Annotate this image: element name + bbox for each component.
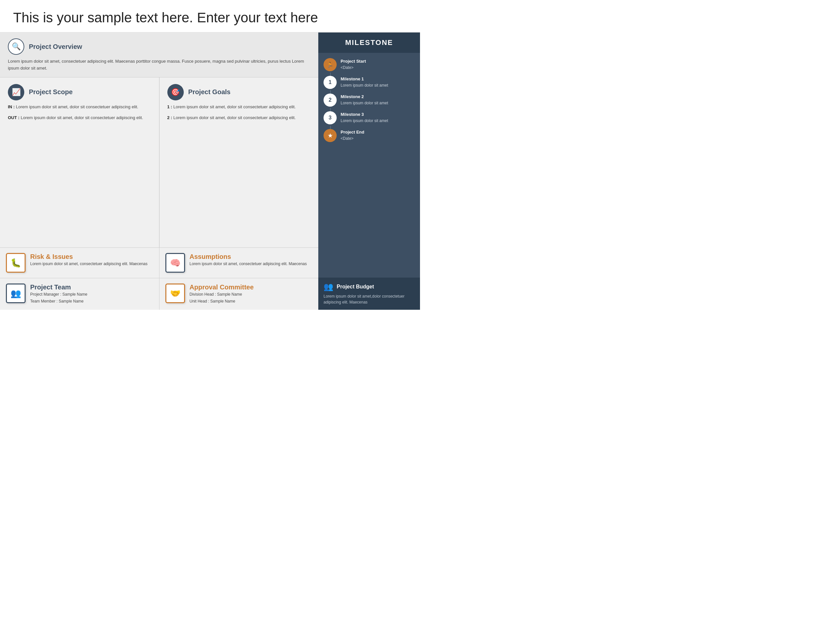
scope-icon: 📈 [8,84,24,100]
milestone-1-text: Milestone 1 Lorem ipsum dolor sit amet [341,76,388,88]
risk-text: Lorem ipsum dolor sit amet, consectetuer… [30,261,148,267]
approval-text: Division Head : Sample Name Unit Head : … [189,291,254,305]
risk-icon: 🐛 [6,253,25,273]
budget-title: Project Budget [337,284,374,290]
left-panel: 🔍 Project Overview Lorem ipsum dolor sit… [0,33,318,310]
milestone-3-text: Milestone 3 Lorem ipsum dolor sit amet [341,111,388,124]
overview-text: Lorem ipsum dolor sit amet, consectetuer… [8,58,310,72]
milestone-1: 1 Milestone 1 Lorem ipsum dolor sit amet [324,76,415,93]
milestone-header: MILESTONE [318,33,420,53]
assumptions-title: Assumptions [189,253,307,261]
goals-item2: 2 : Lorem ipsum dolor sit amet, dolor si… [167,115,311,121]
milestone-2-text: Milestone 2 Lorem ipsum dolor sit amet [341,93,388,106]
milestone-list: 🏃 Project Start <Date> 1 Milestone 1 Lor… [318,53,420,278]
milestone-2-badge: 2 [324,93,337,107]
goals-item1: 1 : Lorem ipsum dolor sit amet, dolor si… [167,104,311,110]
scope-column: 📈 Project Scope IN : Lorem ipsum dolor s… [0,77,159,248]
page-title: This is your sample text here. Enter you… [0,0,420,33]
scope-in: IN : Lorem ipsum dolor sit amet, dolor s… [8,104,151,110]
milestone-3: 3 Milestone 3 Lorem ipsum dolor sit amet [324,111,415,129]
scope-goals-section: 📈 Project Scope IN : Lorem ipsum dolor s… [0,77,318,248]
milestone-start-badge: 🏃 [324,58,337,71]
budget-section: 👥 Project Budget Lorem ipsum dolor sit a… [318,278,420,310]
milestone-end-text: Project End <Date> [341,129,364,141]
risk-section: 🐛 Risk & Issues Lorem ipsum dolor sit am… [0,248,159,278]
overview-title: Project Overview [29,43,82,51]
assumptions-icon: 🧠 [165,253,185,273]
milestone-1-badge: 1 [324,76,337,89]
assumptions-section: 🧠 Assumptions Lorem ipsum dolor sit amet… [159,248,319,278]
milestone-end-badge: ★ [324,129,337,142]
team-approval-section: 👥 Project Team Project Manager : Sample … [0,278,318,310]
risk-assumptions-section: 🐛 Risk & Issues Lorem ipsum dolor sit am… [0,248,318,278]
goals-icon: 🎯 [167,84,184,100]
team-manager: Project Manager : Sample Name Team Membe… [30,291,87,305]
goals-column: 🎯 Project Goals 1 : Lorem ipsum dolor si… [159,77,319,248]
right-panel: MILESTONE 🏃 Project Start <Date> 1 Miles… [318,33,420,310]
project-overview-section: 🔍 Project Overview Lorem ipsum dolor sit… [0,33,318,77]
team-icon: 👥 [6,284,25,303]
budget-text: Lorem ipsum dolor sit amet,dolor consect… [324,293,415,305]
milestone-2: 2 Milestone 2 Lorem ipsum dolor sit amet [324,93,415,111]
goals-title: Project Goals [188,88,231,96]
approval-section: 🤝 Approval Committee Division Head : Sam… [159,278,319,310]
overview-icon: 🔍 [8,38,24,55]
milestone-start-text: Project Start <Date> [341,58,366,71]
milestone-3-badge: 3 [324,111,337,124]
team-section: 👥 Project Team Project Manager : Sample … [0,278,159,310]
team-title: Project Team [30,284,87,291]
scope-out: OUT : Lorem ipsum dolor sit amet, dolor … [8,115,151,121]
approval-title: Approval Committee [189,284,254,291]
milestone-end: ★ Project End <Date> [324,129,415,142]
milestone-title: MILESTONE [325,38,414,47]
approval-icon: 🤝 [165,284,185,303]
risk-title: Risk & Issues [30,253,148,261]
scope-title: Project Scope [29,88,73,96]
budget-icon: 👥 [324,282,333,291]
assumptions-text: Lorem ipsum dolor sit amet, consectetuer… [189,261,307,267]
milestone-start: 🏃 Project Start <Date> [324,58,415,76]
